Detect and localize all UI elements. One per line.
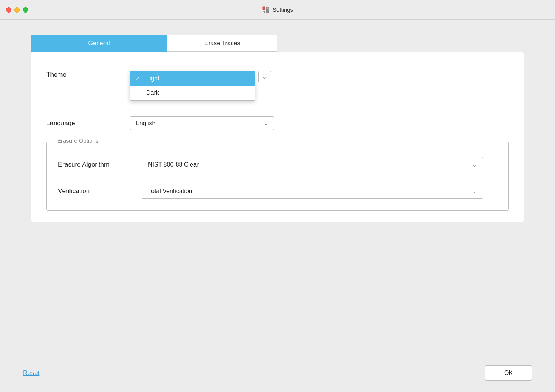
theme-label: Theme [46,71,130,79]
svg-point-4 [263,11,264,13]
minimize-button[interactable] [14,7,20,13]
theme-dropdown-menu[interactable]: ✓ Light Dark [130,71,255,101]
main-content: General Erase Traces Theme ✓ Light Dark [0,20,555,354]
maximize-button[interactable] [23,7,28,13]
ok-button[interactable]: OK [485,365,532,381]
language-chevron-icon: ⌄ [264,120,268,126]
svg-rect-3 [266,9,269,13]
verification-row: Verification Total Verification ⌄ [58,184,497,199]
verification-chevron-icon: ⌄ [472,188,477,194]
settings-panel: Theme ✓ Light Dark ⌄ [31,52,524,222]
window-title: Settings [262,6,293,14]
language-dropdown[interactable]: English ⌄ [130,116,274,130]
svg-rect-0 [263,7,265,10]
language-row: Language English ⌄ [46,116,509,130]
titlebar: Settings [0,0,555,20]
language-dropdown-container: English ⌄ [130,116,274,130]
verification-label: Verification [58,187,142,195]
theme-option-dark[interactable]: Dark [130,86,255,100]
window-controls [6,7,28,13]
erasure-algorithm-dropdown[interactable]: NIST 800-88 Clear ⌄ [142,157,483,172]
svg-point-5 [266,7,268,8]
settings-icon [262,6,270,14]
check-icon: ✓ [136,76,143,82]
check-placeholder [136,90,143,96]
erasure-algorithm-label: Erasure Algorithm [58,161,142,168]
reset-link[interactable]: Reset [23,369,39,377]
erasure-algorithm-chevron-icon: ⌄ [472,162,477,168]
close-button[interactable] [6,7,11,13]
tab-general[interactable]: General [31,35,167,52]
theme-row: Theme ✓ Light Dark ⌄ [46,71,509,79]
theme-dropdown-chevron[interactable]: ⌄ [258,71,271,82]
title-text: Settings [273,6,293,13]
bottom-bar: Reset OK [0,354,555,392]
verification-dropdown[interactable]: Total Verification ⌄ [142,184,483,199]
erasure-options-group: Erasure Options Erasure Algorithm NIST 8… [46,142,509,211]
language-label: Language [46,120,130,127]
erasure-options-legend: Erasure Options [54,137,101,144]
tab-erase-traces[interactable]: Erase Traces [167,35,278,52]
theme-option-light[interactable]: ✓ Light [130,71,255,86]
erasure-algorithm-row: Erasure Algorithm NIST 800-88 Clear ⌄ [58,157,497,172]
